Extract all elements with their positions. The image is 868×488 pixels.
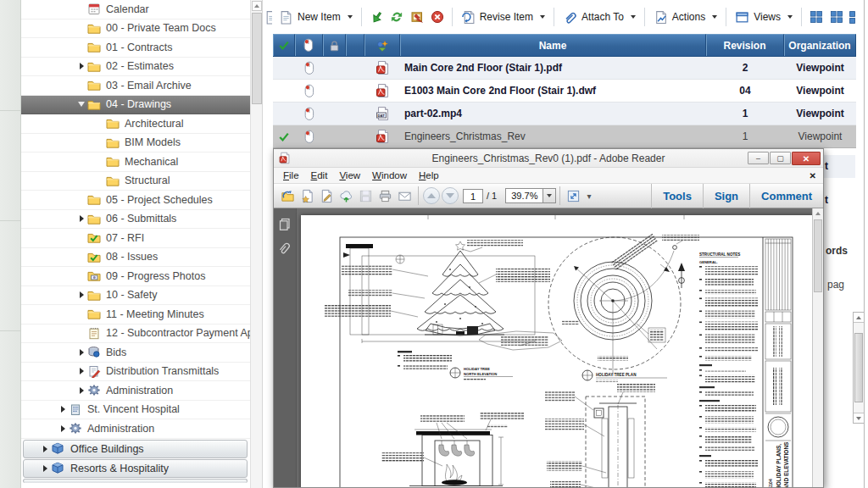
expand-arrow-icon[interactable] <box>39 465 51 472</box>
sidebar-item-issues[interactable]: 08 - Issues <box>21 248 250 268</box>
import-icon[interactable] <box>410 10 424 24</box>
lock-column-header[interactable] <box>323 34 346 57</box>
previous-page-button[interactable] <box>423 187 440 204</box>
sidebar-item-architectural[interactable]: Architectural <box>21 114 250 134</box>
sidebar-item-distribution-transmittals[interactable]: Distribution Transmittals <box>21 363 250 382</box>
adobe-title-bar[interactable]: Engineers_Christmas_Rev0 (1).pdf - Adobe… <box>274 149 823 168</box>
fit-page-button[interactable] <box>564 186 583 206</box>
views-button[interactable]: Views <box>731 6 797 28</box>
expand-arrow-icon[interactable] <box>75 215 87 222</box>
scrollbar-thumb[interactable] <box>252 13 262 104</box>
sidebar-item-st-vincent-hospital[interactable]: St. Vincent Hospital <box>21 401 250 420</box>
app-vertical-scrollbar[interactable] <box>853 312 865 424</box>
cancel-checkout-icon[interactable] <box>431 10 444 24</box>
file-name[interactable]: Main Core 2nd Floor (Stair 1).pdf <box>404 62 562 74</box>
maximize-button[interactable]: ▢ <box>770 152 791 164</box>
sidebar-item-private-team-docs[interactable]: 00 - Private Team Docs <box>21 19 250 39</box>
type-column-header[interactable] <box>364 34 400 57</box>
sidebar-item-bids[interactable]: Bids <box>21 343 250 363</box>
menu-view[interactable]: View <box>333 170 366 180</box>
dropdown-caret-icon[interactable] <box>540 15 545 19</box>
scrollbar-thumb[interactable] <box>854 333 863 402</box>
sidebar-item-progress-photos[interactable]: 09 - Progress Photos <box>21 267 250 286</box>
table-row[interactable]: E1003 Main Core 2nd Floor (Stair 1).dwf … <box>273 80 856 103</box>
sidebar-item-calendar[interactable]: Calendar <box>21 0 250 19</box>
expand-arrow-icon[interactable] <box>75 349 87 356</box>
close-document-icon[interactable]: ✕ <box>810 171 816 180</box>
fill-sign-button[interactable] <box>317 186 337 206</box>
actions-button[interactable]: Actions <box>649 6 721 28</box>
sign-panel-button[interactable]: Sign <box>703 184 749 208</box>
scroll-up-icon[interactable] <box>813 208 823 219</box>
checked-out-column-header[interactable] <box>273 34 295 57</box>
zoom-dropdown-icon[interactable] <box>542 189 555 202</box>
clipped-toolbar-icon[interactable] <box>264 10 272 25</box>
collapse-arrow-icon[interactable] <box>75 102 87 107</box>
project-group-resorts-hospitality[interactable]: Resorts & Hospitality <box>23 459 248 478</box>
sidebar-item-bim-models[interactable]: BIM Models <box>21 134 250 153</box>
scroll-up-icon[interactable] <box>252 1 262 11</box>
pdf-scrollbar[interactable] <box>812 208 823 487</box>
expand-arrow-icon[interactable] <box>75 63 87 69</box>
sidebar-item-email-archive[interactable]: 03 - Email Archive <box>21 76 250 96</box>
blank-column-header[interactable] <box>346 34 364 57</box>
sidebar-item-administration-2[interactable]: Administration <box>21 419 250 439</box>
next-page-button[interactable] <box>442 187 459 204</box>
file-name[interactable]: E1003 Main Core 2nd Floor (Stair 1).dwf <box>404 85 596 97</box>
revision-column-header[interactable]: Revision <box>706 34 784 57</box>
dropdown-caret-icon[interactable] <box>631 15 636 19</box>
expand-arrow-icon[interactable] <box>57 425 69 432</box>
sidebar-item-mechanical[interactable]: Mechanical <box>21 152 250 172</box>
minimize-button[interactable]: – <box>748 152 769 164</box>
scrollbar-thumb[interactable] <box>814 219 822 292</box>
sidebar-item-meeting-minutes[interactable]: 11 - Meeting Minutes <box>21 305 250 324</box>
sidebar-item-project-schedules[interactable]: 05 - Project Schedules <box>21 191 250 210</box>
expand-arrow-icon[interactable] <box>57 406 69 413</box>
table-row-selected[interactable]: Engineers_Christmas_Rev 1 Viewpoint <box>273 125 856 148</box>
new-item-button[interactable]: New Item <box>275 6 357 28</box>
sidebar-item-rfi[interactable]: 07 - RFI <box>21 229 250 248</box>
expand-arrow-icon[interactable] <box>75 387 87 394</box>
clipped-toolbar-icon[interactable] <box>849 10 856 25</box>
pdf-page[interactable]: HOLIDAY TREE NORTH ELEVATION <box>301 215 815 487</box>
expand-arrow-icon[interactable] <box>75 291 87 298</box>
sidebar-item-contracts[interactable]: 01 - Contracts <box>21 38 250 58</box>
sidebar-item-safety[interactable]: 10 - Safety <box>21 286 250 306</box>
comment-panel-button[interactable]: Comment <box>749 184 823 208</box>
tools-panel-button[interactable]: Tools <box>651 184 703 208</box>
menu-help[interactable]: Help <box>413 170 445 180</box>
save-button-disabled[interactable] <box>356 186 376 206</box>
expand-arrow-icon[interactable] <box>39 446 51 452</box>
dropdown-caret-icon[interactable] <box>348 15 353 19</box>
project-group-office-buildings[interactable]: Office Buildings <box>23 440 248 458</box>
table-row[interactable]: Main Core 2nd Floor (Stair 1).pdf 2 View… <box>273 57 856 80</box>
table-row[interactable]: part-02.mp4 1 Viewpoint <box>273 103 856 125</box>
scroll-up-icon[interactable] <box>854 313 864 323</box>
page-thumbnails-icon[interactable] <box>277 217 292 232</box>
menu-window[interactable]: Window <box>366 170 413 180</box>
sidebar-item-estimates[interactable]: 02 - Estimates <box>21 58 250 77</box>
zoom-control[interactable]: 39.7% <box>505 188 556 203</box>
sidebar-item-structural[interactable]: Structural <box>21 172 250 191</box>
file-name[interactable]: part-02.mp4 <box>404 108 462 119</box>
sidebar-item-drawings-selected[interactable]: 04 - Drawings <box>21 96 250 115</box>
file-name[interactable]: Engineers_Christmas_Rev <box>404 130 526 142</box>
sidebar-item-subcontractor-payment[interactable]: 12 - Subcontractor Payment Appl <box>21 324 250 344</box>
collapsed-panel-strip[interactable] <box>0 0 21 488</box>
tile-view-icon[interactable] <box>810 10 823 24</box>
refresh-status-icon[interactable] <box>390 10 403 24</box>
email-button[interactable] <box>395 186 415 206</box>
toolbar-overflow-icon[interactable]: ▾ <box>587 191 591 201</box>
save-copy-button[interactable] <box>298 186 317 206</box>
close-button[interactable]: ✕ <box>792 152 821 165</box>
menu-file[interactable]: File <box>277 170 305 180</box>
local-copy-column-header[interactable] <box>295 34 323 57</box>
revise-item-button[interactable]: Revise Item <box>457 6 549 28</box>
attach-to-button[interactable]: Attach To <box>559 6 640 28</box>
sidebar-scrollbar[interactable] <box>250 0 262 488</box>
dropdown-caret-icon[interactable] <box>787 15 793 19</box>
name-column-header[interactable]: Name <box>400 34 706 57</box>
check-in-icon[interactable] <box>370 10 383 24</box>
expand-arrow-icon[interactable] <box>75 368 87 374</box>
zoom-level-value[interactable]: 39.7% <box>506 191 542 201</box>
